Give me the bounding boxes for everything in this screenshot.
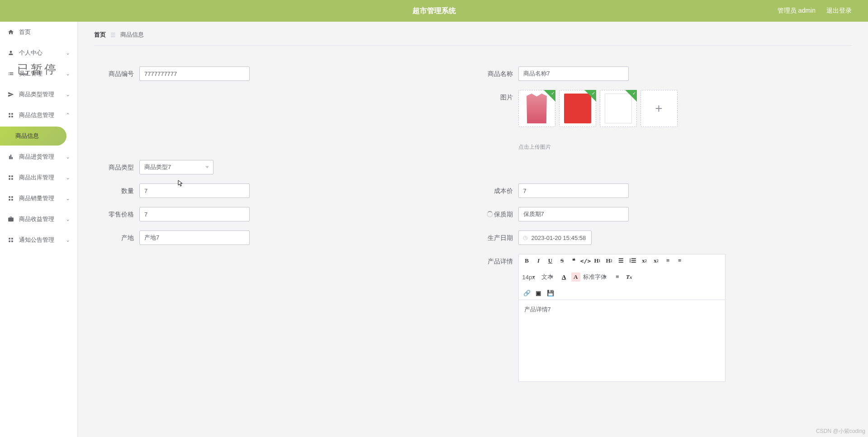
- label-shelf-life: 保质期: [473, 207, 518, 221]
- plus-icon: +: [655, 101, 662, 116]
- success-corner-icon: [584, 90, 596, 102]
- list-icon: [7, 70, 14, 77]
- sidebar-item-outbound[interactable]: 商品出库管理 ⌄: [0, 167, 77, 188]
- image-thumb-3[interactable]: [600, 90, 637, 127]
- sidebar-item-label: 商品信息管理: [19, 111, 54, 119]
- ul-button[interactable]: ⁝☰: [628, 256, 637, 265]
- top-bar: 超市管理系统 管理员 admin 退出登录: [0, 0, 868, 22]
- shelf-life-input[interactable]: [518, 207, 629, 221]
- main-content: 首页 ☰ 商品信息 商品编号 商品名称 图片: [78, 22, 868, 437]
- image-upload-area: +: [518, 90, 678, 127]
- logout-link[interactable]: 退出登录: [826, 7, 852, 15]
- label-quantity: 数量: [94, 183, 139, 198]
- sidebar-item-notice[interactable]: 通知公告管理 ⌄: [0, 230, 77, 250]
- align-button[interactable]: ≡: [613, 273, 622, 282]
- chevron-down-icon: ⌄: [66, 70, 70, 77]
- image-upload-add[interactable]: +: [640, 90, 678, 127]
- grid-icon: [7, 174, 14, 181]
- quote-button[interactable]: ❝: [569, 256, 579, 265]
- grid-icon: [7, 236, 14, 244]
- grid-icon: [7, 195, 14, 202]
- product-no-input[interactable]: [139, 66, 250, 81]
- sidebar-item-label: 员工管理: [19, 70, 43, 78]
- sidebar-item-personal[interactable]: 个人中心 ⌄: [0, 42, 77, 63]
- send-icon: [7, 91, 14, 98]
- chevron-up-icon: ⌃: [66, 112, 70, 118]
- font-family-select[interactable]: 标准字体: [583, 273, 607, 281]
- image-thumb-2[interactable]: [559, 90, 596, 127]
- sidebar-item-label: 首页: [19, 28, 31, 36]
- sidebar-item-label: 通知公告管理: [19, 236, 54, 244]
- strike-button[interactable]: S: [558, 256, 567, 265]
- retail-price-input[interactable]: [139, 207, 250, 221]
- bg-color-button[interactable]: A: [571, 273, 580, 282]
- breadcrumb-home[interactable]: 首页: [94, 31, 106, 39]
- sidebar-item-sales[interactable]: 商品销量管理 ⌄: [0, 188, 77, 209]
- h1-button[interactable]: H1: [593, 256, 602, 265]
- label-product-type: 商品类型: [94, 160, 139, 174]
- top-bar-right: 管理员 admin 退出登录: [778, 7, 868, 15]
- label-detail: 产品详情: [473, 254, 518, 268]
- underline-button[interactable]: U: [546, 256, 555, 265]
- success-corner-icon: [544, 90, 555, 102]
- code-button[interactable]: </>: [581, 256, 590, 265]
- sidebar-item-label: 商品类型管理: [19, 90, 54, 99]
- chevron-down-icon: ⌄: [66, 195, 70, 202]
- h2-button[interactable]: H2: [605, 256, 614, 265]
- upload-hint: 点击上传图片: [518, 143, 678, 151]
- quantity-input[interactable]: [139, 183, 250, 198]
- loading-spinner-icon: [487, 211, 493, 217]
- indent-left-button[interactable]: ≡: [664, 256, 673, 265]
- link-button[interactable]: 🔗: [522, 289, 531, 298]
- label-cost-price: 成本价: [473, 183, 518, 198]
- editor-toolbar: B I U S ❝ </> H1 H2 ☰ ⁝☰ x2 x2 ≡: [519, 254, 725, 300]
- superscript-button[interactable]: x2: [652, 256, 661, 265]
- chevron-down-icon: ⌄: [66, 174, 70, 181]
- sidebar-item-profit[interactable]: 商品收益管理 ⌄: [0, 209, 77, 230]
- chevron-down-icon: ⌄: [66, 91, 70, 98]
- bold-button[interactable]: B: [522, 256, 531, 265]
- csdn-watermark: CSDN @小紫coding: [816, 428, 865, 435]
- sidebar-submenu-productinfo[interactable]: 商品信息: [0, 127, 66, 146]
- label-images: 图片: [473, 90, 518, 104]
- italic-button[interactable]: I: [534, 256, 543, 265]
- image-thumb-1[interactable]: [518, 90, 555, 127]
- product-name-input[interactable]: [518, 66, 629, 81]
- success-corner-icon: [625, 90, 637, 102]
- image-button[interactable]: ▣: [534, 289, 543, 298]
- save-button[interactable]: 💾: [546, 289, 555, 298]
- submenu-label: 商品信息: [15, 132, 39, 140]
- sidebar-item-purchase[interactable]: 商品进货管理 ⌄: [0, 146, 77, 167]
- font-color-button[interactable]: A: [560, 273, 569, 282]
- sidebar-item-home[interactable]: 首页: [0, 22, 77, 42]
- sidebar-item-label: 商品收益管理: [19, 215, 54, 223]
- sidebar-item-label: 商品出库管理: [19, 174, 54, 182]
- sidebar-item-productinfo[interactable]: 商品信息管理 ⌃: [0, 105, 77, 126]
- cost-price-input[interactable]: [518, 183, 629, 198]
- breadcrumb-sep-icon: ☰: [110, 32, 116, 38]
- ol-button[interactable]: ☰: [617, 256, 626, 265]
- rich-editor: B I U S ❝ </> H1 H2 ☰ ⁝☰ x2 x2 ≡: [518, 254, 726, 382]
- user-icon: [7, 49, 14, 56]
- grid-icon: [7, 112, 14, 119]
- subscript-button[interactable]: x2: [640, 256, 649, 265]
- admin-label[interactable]: 管理员 admin: [778, 7, 816, 15]
- prod-date-input[interactable]: [518, 230, 592, 245]
- font-size-select[interactable]: 14px: [522, 274, 535, 281]
- app-title: 超市管理系统: [413, 6, 456, 16]
- label-retail-price: 零售价格: [94, 207, 139, 221]
- clear-format-button[interactable]: Tx: [625, 273, 634, 282]
- origin-input[interactable]: [139, 230, 250, 245]
- label-origin: 产地: [94, 230, 139, 245]
- sidebar-item-category[interactable]: 商品类型管理 ⌄: [0, 84, 77, 105]
- sidebar: 已暂停 首页 个人中心 ⌄ 员工管理 ⌄ 商品类型管理 ⌄ 商品信息管理 ⌃ 商…: [0, 22, 78, 437]
- home-icon: [7, 28, 14, 36]
- indent-right-button[interactable]: ≡: [675, 256, 684, 265]
- text-style-select[interactable]: 文本: [541, 273, 553, 281]
- product-type-select[interactable]: [139, 160, 213, 174]
- editor-content[interactable]: 产品详情7: [519, 300, 725, 381]
- sidebar-item-label: 商品销量管理: [19, 194, 54, 202]
- chevron-down-icon: ⌄: [66, 50, 70, 56]
- sidebar-item-label: 商品进货管理: [19, 153, 54, 161]
- sidebar-item-staff[interactable]: 员工管理 ⌄: [0, 63, 77, 84]
